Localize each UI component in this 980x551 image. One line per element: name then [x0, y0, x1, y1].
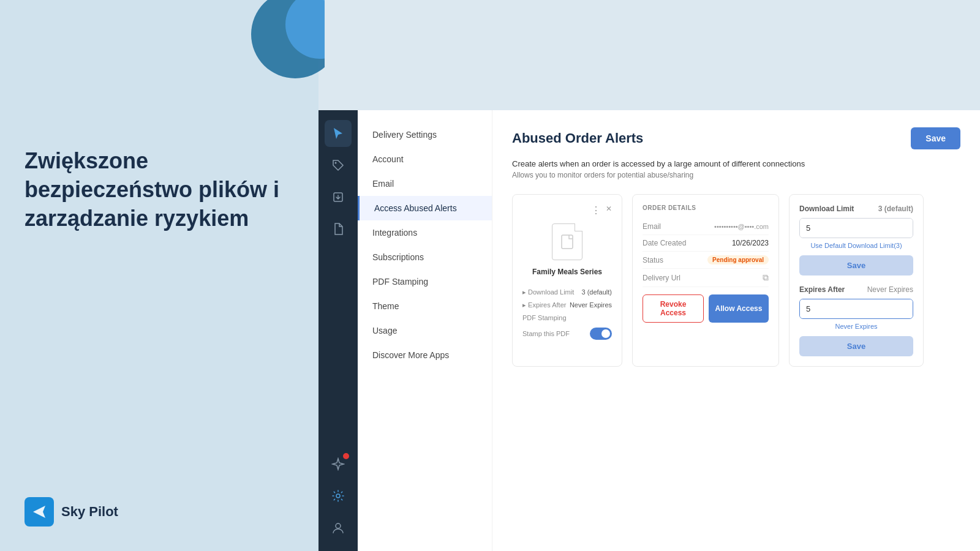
nav-access-abused-alerts[interactable]: Access Abused Alerts — [358, 196, 492, 220]
expires-title: Expires After — [799, 285, 845, 294]
status-badge: Pending approval — [707, 255, 769, 264]
nav-integrations[interactable]: Integrations — [358, 220, 492, 245]
nav-subscriptions[interactable]: Subscriptions — [358, 245, 492, 269]
nav-usage[interactable]: Usage — [358, 318, 492, 343]
order-email-row: Email ••••••••••@••••.com — [643, 219, 769, 235]
nav-delivery-settings[interactable]: Delivery Settings — [358, 122, 492, 147]
download-limit-value: 3 (default) — [581, 288, 612, 296]
left-background: Zwiększone bezpieczeństwo plików i zarzą… — [0, 0, 318, 551]
sidebar-icon-file[interactable] — [325, 216, 352, 242]
description-sub: Allows you to monitor orders for potenti… — [512, 171, 960, 179]
expires-after-value: Never Expires — [570, 301, 612, 309]
expires-section: Expires After Never Expires Days Never E… — [799, 285, 913, 356]
order-details-title: ORDER DETAILS — [643, 204, 769, 211]
svg-point-7 — [336, 523, 341, 528]
order-date-row: Date Created 10/26/2023 — [643, 235, 769, 252]
stamp-label: Stamp this PDF — [522, 330, 570, 337]
product-card: ⋮ ✕ Family Meals Series ▸ Download Limit… — [512, 194, 622, 367]
product-name: Family Meals Series — [522, 268, 612, 276]
sidebar-icon-user[interactable] — [325, 514, 352, 541]
expires-header: Expires After Never Expires — [799, 285, 913, 294]
order-details-card: ORDER DETAILS Email ••••••••••@••••.com … — [632, 194, 779, 367]
order-url-row: Delivery Url ⧉ — [643, 269, 769, 287]
app-area: Delivery Settings Account Email Access A… — [318, 0, 980, 551]
allow-access-button[interactable]: Allow Access — [709, 294, 769, 323]
file-svg-icon — [561, 234, 573, 249]
date-created-value: 10/26/2023 — [732, 239, 769, 247]
main-content: Abused Order Alerts Save Create alerts w… — [492, 110, 980, 551]
download-limit-row: ▸ Download Limit 3 (default) — [522, 286, 612, 299]
expires-after-row: ▸ Expires After Never Expires — [522, 299, 612, 312]
delivery-url-label: Delivery Url — [643, 274, 680, 282]
svg-point-6 — [336, 494, 340, 498]
email-label: Email — [643, 222, 661, 231]
save-expires-button[interactable]: Save — [799, 336, 913, 356]
downloads-input-row: Downloads — [799, 218, 913, 238]
file-thumbnail — [552, 223, 582, 260]
download-limit-title: Download Limit — [799, 204, 854, 213]
nav-account[interactable]: Account — [358, 147, 492, 171]
email-value: ••••••••••@••••.com — [714, 223, 769, 230]
pdf-stamping-header-row: PDF Stamping — [522, 312, 612, 324]
download-limit-section: Download Limit 3 (default) — [799, 204, 913, 213]
order-action-buttons: Revoke Access Allow Access — [643, 294, 769, 323]
svg-point-4 — [335, 162, 337, 164]
nav-pdf-stamping[interactable]: PDF Stamping — [358, 269, 492, 294]
order-status-row: Status Pending approval — [643, 252, 769, 269]
sky-pilot-icon — [31, 503, 48, 520]
nav-menu: Delivery Settings Account Email Access A… — [358, 110, 492, 551]
download-limit-default: 3 (default) — [878, 204, 913, 213]
page-title: Abused Order Alerts — [512, 130, 643, 146]
brand-logo — [24, 497, 54, 527]
svg-rect-8 — [562, 235, 573, 249]
hero-section: Zwiększone bezpieczeństwo plików i zarzą… — [24, 147, 294, 233]
product-card-header: ⋮ ✕ — [522, 204, 612, 216]
svg-marker-3 — [334, 128, 342, 139]
sidebar-icon-sparkle[interactable] — [325, 451, 352, 478]
decoration-circles — [227, 0, 325, 98]
description-main: Create alerts when an order is accessed … — [512, 159, 960, 168]
pdf-stamping-label: PDF Stamping — [522, 314, 567, 321]
pdf-stamp-toggle[interactable] — [590, 328, 612, 340]
sidebar-icon-download[interactable] — [325, 184, 352, 211]
revoke-access-button[interactable]: Revoke Access — [643, 294, 704, 323]
use-default-link[interactable]: Use Default Download Limit(3) — [799, 242, 913, 249]
save-button[interactable]: Save — [911, 127, 960, 149]
sidebar-icon-settings[interactable] — [325, 482, 352, 509]
expires-after-label: ▸ Expires After — [522, 301, 566, 309]
nav-email[interactable]: Email — [358, 171, 492, 196]
nav-theme[interactable]: Theme — [358, 294, 492, 318]
sidebar-icon-cursor[interactable] — [325, 120, 352, 147]
days-input-row: Days — [799, 299, 913, 319]
sidebar — [318, 110, 358, 551]
close-icon[interactable]: ✕ — [606, 204, 612, 216]
page-description: Create alerts when an order is accessed … — [512, 159, 960, 179]
save-download-limit-button[interactable]: Save — [799, 255, 913, 276]
svg-marker-2 — [33, 506, 45, 518]
sidebar-icon-tag[interactable] — [325, 152, 352, 179]
status-label: Status — [643, 256, 663, 264]
never-expires-link[interactable]: Never Expires — [799, 323, 913, 330]
brand-section: Sky Pilot — [24, 497, 294, 527]
notification-badge — [343, 453, 349, 459]
expires-value: Never Expires — [867, 285, 913, 294]
content-panel: Delivery Settings Account Email Access A… — [358, 110, 980, 551]
page-header: Abused Order Alerts Save — [512, 127, 960, 149]
downloads-input[interactable] — [800, 219, 913, 238]
copy-icon[interactable]: ⧉ — [763, 272, 769, 283]
download-limit-label: ▸ Download Limit — [522, 288, 574, 296]
cards-container: ⋮ ✕ Family Meals Series ▸ Download Limit… — [512, 194, 960, 367]
hero-title: Zwiększone bezpieczeństwo plików i zarzą… — [24, 147, 294, 233]
edit-panel: Download Limit 3 (default) Downloads Use… — [789, 194, 924, 367]
days-input[interactable] — [800, 299, 913, 318]
nav-discover-more-apps[interactable]: Discover More Apps — [358, 343, 492, 367]
brand-name: Sky Pilot — [61, 504, 118, 520]
pdf-stamping-toggle-row: Stamp this PDF — [522, 324, 612, 343]
date-created-label: Date Created — [643, 239, 686, 247]
more-options-icon[interactable]: ⋮ — [591, 204, 601, 216]
